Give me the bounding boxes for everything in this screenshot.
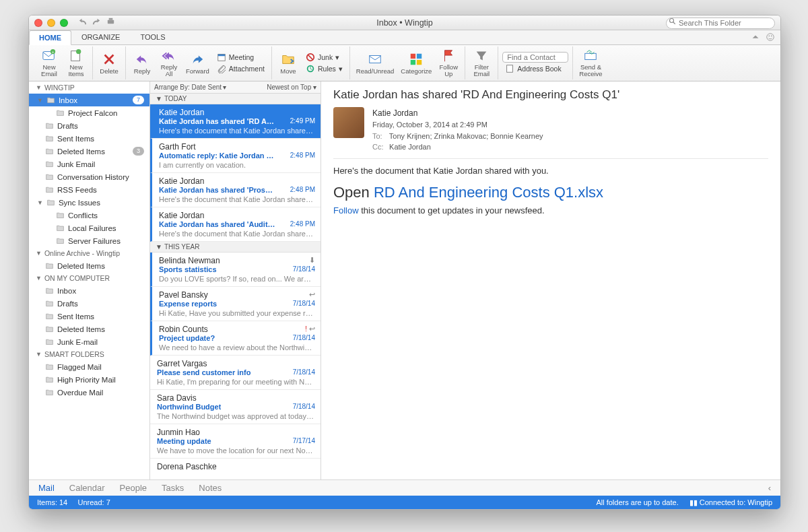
svg-point-4: [767, 34, 774, 41]
message-title: Katie Jordan has shared 'RD And Engineer…: [333, 88, 768, 102]
svg-rect-17: [370, 55, 381, 63]
send-receive-button[interactable]: Send & Receive: [577, 47, 604, 79]
svg-point-2: [670, 19, 674, 23]
status-bar: Items: 14 Unread: 7 All folders are up t…: [29, 496, 780, 509]
folder-inbox[interactable]: Inbox: [29, 284, 149, 297]
folder-overdue-mail[interactable]: Overdue Mail: [29, 386, 149, 399]
folder-drafts[interactable]: Drafts: [29, 119, 149, 132]
folder-local-failures[interactable]: Local Failures: [29, 222, 149, 234]
view-people[interactable]: People: [120, 483, 147, 493]
meeting-button[interactable]: Meeting: [214, 52, 267, 63]
folder-junk-email[interactable]: Junk Email: [29, 158, 149, 170]
svg-rect-18: [411, 53, 415, 58]
message-group-header[interactable]: ▼ THIS YEAR: [150, 242, 321, 253]
reply-all-button[interactable]: Reply All: [157, 47, 181, 79]
account-header[interactable]: ▼ WINGTIP: [29, 81, 149, 94]
folder-sync-issues[interactable]: ▼Sync Issues: [29, 196, 149, 209]
move-button[interactable]: Move: [276, 51, 300, 76]
svg-rect-19: [417, 53, 422, 58]
account-header[interactable]: ▼ SMART FOLDERS: [29, 348, 149, 360]
svg-rect-13: [218, 55, 226, 57]
view-notes[interactable]: Notes: [199, 483, 222, 493]
message-item[interactable]: Belinda NewmanSports statisticsDo you LO…: [150, 253, 321, 287]
svg-rect-0: [108, 20, 114, 24]
follow-up-button[interactable]: Follow Up: [436, 47, 461, 79]
forward-button[interactable]: Forward: [184, 51, 211, 76]
help-smiley-icon[interactable]: [766, 32, 775, 44]
delete-button[interactable]: Delete: [97, 51, 121, 76]
follow-link[interactable]: Follow: [333, 205, 359, 215]
expand-views-icon[interactable]: ‹: [768, 483, 771, 493]
address-book-button[interactable]: Address Book: [502, 63, 568, 74]
message-item[interactable]: Katie JordanKatie Jordan has shared 'RD …: [150, 104, 321, 139]
find-contact-input[interactable]: [502, 52, 568, 63]
message-item[interactable]: Dorena Paschke: [150, 459, 321, 479]
folder-deleted-items[interactable]: Deleted Items: [29, 259, 149, 272]
window-controls: [34, 19, 68, 27]
folder-inbox[interactable]: ▼Inbox7: [29, 94, 149, 106]
view-tasks[interactable]: Tasks: [162, 483, 184, 493]
message-item[interactable]: Robin CountsProject update?We need to ha…: [150, 321, 321, 356]
arrange-bar[interactable]: Arrange By: Date Sent▾ Newest on Top ▾: [150, 81, 321, 94]
folder-conflicts[interactable]: Conflicts: [29, 209, 149, 222]
folder-deleted-items[interactable]: Deleted Items: [29, 323, 149, 335]
rules-button[interactable]: Rules ▾: [303, 63, 345, 74]
view-mail[interactable]: Mail: [38, 483, 55, 493]
reply-button[interactable]: Reply: [130, 51, 154, 76]
svg-line-15: [308, 55, 312, 60]
body-text: Here's the document that Katie Jordan sh…: [333, 166, 768, 176]
app-window: Inbox • Wingtip HOME ORGANIZE TOOLS +New…: [28, 15, 781, 510]
tab-tools[interactable]: TOOLS: [130, 30, 175, 44]
message-item[interactable]: Garret VargasPlease send customer infoHi…: [150, 356, 321, 390]
undo-icon[interactable]: [77, 16, 88, 29]
message-item[interactable]: Katie JordanKatie Jordan has shared 'Aud…: [150, 207, 321, 242]
new-items-button[interactable]: New Items: [64, 47, 88, 79]
tab-organize[interactable]: ORGANIZE: [71, 30, 130, 44]
message-item[interactable]: Junmin HaoMeeting updateWe have to move …: [150, 424, 321, 459]
categorize-button[interactable]: Categorize: [399, 51, 434, 76]
document-link[interactable]: RD And Engineering Costs Q1.xlsx: [374, 184, 603, 201]
zoom-window-button[interactable]: [60, 19, 68, 27]
view-calendar[interactable]: Calendar: [69, 483, 105, 493]
attachment-button[interactable]: Attachment: [214, 63, 267, 74]
folder-conversation-history[interactable]: Conversation History: [29, 170, 149, 183]
tab-home[interactable]: HOME: [29, 30, 71, 45]
message-item[interactable]: Sara DavisNorthwind BudgetThe Northwind …: [150, 390, 321, 424]
svg-line-3: [673, 22, 675, 24]
message-group-header[interactable]: ▼ TODAY: [150, 94, 321, 104]
print-icon[interactable]: [106, 16, 116, 29]
folder-high-priority-mail[interactable]: High Priority Mail: [29, 373, 149, 386]
account-header[interactable]: ▼ ON MY COMPUTER: [29, 272, 149, 284]
message-date: Friday, October 3, 2014 at 2:49 PM: [372, 119, 543, 131]
message-item[interactable]: Katie JordanKatie Jordan has shared 'Pro…: [150, 173, 321, 207]
svg-rect-1: [109, 18, 113, 20]
folder-sent-items[interactable]: Sent Items: [29, 310, 149, 323]
account-header[interactable]: ▼ Online Archive - Wingtip: [29, 247, 149, 259]
search-input[interactable]: [666, 18, 775, 29]
read-unread-button[interactable]: Read/Unread: [354, 51, 397, 76]
folder-sent-items[interactable]: Sent Items: [29, 132, 149, 145]
message-item[interactable]: Garth FortAutomatic reply: Katie Jordan …: [150, 139, 321, 173]
close-window-button[interactable]: [34, 19, 42, 27]
junk-button[interactable]: Junk ▾: [303, 52, 345, 63]
redo-icon[interactable]: [92, 16, 102, 29]
folder-junk-e-mail[interactable]: Junk E-mail: [29, 335, 149, 348]
minimize-window-button[interactable]: [47, 19, 55, 27]
message-item[interactable]: Pavel BanskyExpense reportsHi Katie, Hav…: [150, 287, 321, 321]
sender-name: Katie Jordan: [372, 107, 543, 119]
folder-flagged-mail[interactable]: Flagged Mail: [29, 360, 149, 373]
svg-point-5: [768, 35, 770, 36]
folder-project-falcon[interactable]: Project Falcon: [29, 106, 149, 119]
folder-sidebar: ▼ WINGTIP▼Inbox7Project FalconDraftsSent…: [29, 81, 150, 479]
collapse-ribbon-icon[interactable]: [751, 32, 760, 44]
message-list: Arrange By: Date Sent▾ Newest on Top ▾ ▼…: [150, 81, 321, 479]
new-email-button[interactable]: +New Email: [37, 47, 61, 79]
folder-drafts[interactable]: Drafts: [29, 297, 149, 310]
svg-rect-21: [417, 59, 422, 64]
folder-server-failures[interactable]: Server Failures: [29, 234, 149, 247]
search-icon: [669, 18, 677, 26]
folder-rss-feeds[interactable]: RSS Feeds: [29, 183, 149, 196]
folder-deleted-items[interactable]: Deleted Items3: [29, 145, 149, 158]
main-area: ▼ WINGTIP▼Inbox7Project FalconDraftsSent…: [29, 81, 780, 479]
filter-email-button[interactable]: Filter Email: [469, 47, 494, 79]
